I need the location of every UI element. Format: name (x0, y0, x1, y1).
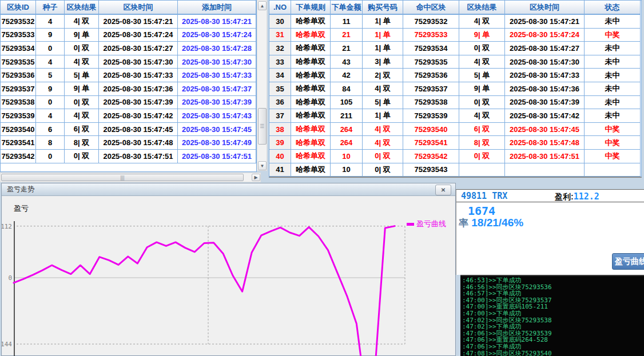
table-cell: 38 (269, 123, 291, 137)
table-row[interactable]: 37哈希单双2111| 单752935394| 双2025-08-30 15:4… (269, 109, 641, 123)
vscroll-thumb[interactable]: ☰ (258, 108, 267, 145)
table-row[interactable]: 7529353655| 单2025-08-30 15:47:332025-08-… (1, 69, 256, 82)
table-cell: 未中 (585, 15, 641, 29)
table-row[interactable]: 7529354066| 双2025-08-30 15:47:452025-08-… (1, 123, 256, 137)
log-line: :47:02]>>下单成功 (462, 323, 644, 330)
table-cell: 2025-08-30 15:47:24 (99, 29, 178, 42)
scroll-right-icon[interactable]: ▶ (252, 174, 260, 181)
table-cell: 11 (331, 15, 363, 29)
table-row[interactable]: 36哈希单双1055| 单752935380| 双2025-08-30 15:4… (269, 96, 641, 110)
table-cell: 31 (269, 29, 291, 42)
table-cell: 0| 双 (65, 150, 99, 163)
table-row[interactable]: 34哈希单双422| 双752935365| 单2025-08-30 15:47… (269, 69, 641, 82)
table-cell: 1| 单 (363, 109, 403, 123)
table-cell: 2025-08-30 15:47:43 (178, 109, 256, 123)
table-cell: 9 (36, 82, 65, 96)
close-icon[interactable]: ✕ (435, 185, 451, 195)
table-cell: 9| 单 (65, 29, 99, 42)
table-cell: 41 (269, 163, 291, 177)
table-cell: 10 (331, 150, 363, 163)
blocks-vscrollbar[interactable]: ▲ ☰ ▼ (257, 0, 267, 171)
header-cell: 下单金额 (331, 1, 363, 15)
table-header-row: 区块ID种子区块结果区块时间添加时间 (1, 1, 256, 15)
table-row[interactable]: 30哈希单双111| 单752935324| 双2025-08-30 15:47… (269, 15, 641, 29)
window-titlebar[interactable]: 盈亏走势 ✕ (2, 183, 455, 196)
table-cell: 4| 双 (363, 123, 403, 137)
header-cell: 区块结果 (459, 1, 505, 15)
table-row[interactable]: 7529354200| 双2025-08-30 15:47:512025-08-… (1, 150, 256, 163)
table-cell: 2025-08-30 15:47:42 (505, 109, 585, 123)
table-cell: 2025-08-30 15:47:30 (178, 55, 256, 69)
header-cell: 下单规则 (291, 1, 331, 15)
table-row[interactable]: 41哈希单双100| 双75293543 (269, 163, 641, 177)
table-cell: 4| 双 (65, 15, 99, 29)
table-row[interactable]: 38哈希单双2644| 双752935406| 双2025-08-30 15:4… (269, 123, 641, 137)
table-cell: 75293539 (1, 109, 36, 123)
table-row[interactable]: 7529353944| 双2025-08-30 15:47:422025-08-… (1, 109, 256, 123)
win-rate: 率 18/21/46% (459, 217, 523, 230)
table-row[interactable]: 7529353400| 双2025-08-30 15:47:272025-08-… (1, 42, 256, 55)
header-cell: 添加时间 (178, 1, 256, 15)
table-cell: 5| 单 (459, 69, 505, 82)
table-cell: 42 (331, 69, 363, 82)
table-cell: 中奖 (585, 150, 641, 163)
table-cell: 9| 单 (459, 29, 505, 42)
svg-text:112: 112 (2, 223, 12, 230)
profit-curve-button[interactable]: 盈亏曲线 (612, 253, 644, 270)
table-cell: 75293541 (403, 136, 459, 150)
table-cell: 2025-08-30 15:47:21 (505, 15, 585, 29)
log-line: :47:00]>>下单成功 (462, 310, 644, 317)
table-row[interactable]: 7529353799| 单2025-08-30 15:47:362025-08-… (1, 82, 256, 96)
table-cell: 40 (269, 150, 291, 163)
scroll-up-icon[interactable]: ▲ (258, 1, 267, 10)
table-cell: 75293535 (403, 55, 459, 69)
thumb-grip-icon: ||| (120, 176, 124, 179)
blocks-hscrollbar[interactable]: ||| ▶ (0, 173, 261, 182)
table-cell: 1| 单 (363, 29, 403, 42)
table-row[interactable]: 32哈希单双211| 单752935340| 双2025-08-30 15:47… (269, 42, 641, 55)
table-cell: 4 (36, 55, 65, 69)
table-cell: 75293541 (1, 136, 36, 150)
table-cell: 2025-08-30 15:47:45 (505, 123, 585, 137)
table-row[interactable]: 7529354188| 双2025-08-30 15:47:482025-08-… (1, 136, 256, 150)
rate-value: 18/21/46% (471, 217, 523, 229)
table-cell (505, 163, 585, 177)
thumb-grip-icon: ☰ (260, 125, 265, 128)
header-cell: .NO (269, 1, 291, 15)
table-cell: 8 (36, 136, 65, 150)
hscroll-thumb[interactable]: ||| (1, 174, 244, 181)
table-cell: 21 (331, 29, 363, 42)
table-cell: 哈希单双 (291, 163, 331, 177)
table-cell: 2025-08-30 15:47:21 (178, 15, 256, 29)
table-cell: 10 (331, 163, 363, 177)
table-row[interactable]: 31哈希单双211| 单752935339| 单2025-08-30 15:47… (269, 29, 641, 42)
table-cell: 2025-08-30 15:47:39 (99, 96, 178, 110)
table-row[interactable]: 35哈希单双844| 双752935379| 单2025-08-30 15:47… (269, 82, 641, 96)
table-cell: 34 (269, 69, 291, 82)
table-cell: 哈希单双 (291, 150, 331, 163)
table-cell: 哈希单双 (291, 29, 331, 42)
table-cell: 75293535 (1, 55, 36, 69)
table-row[interactable]: 33哈希单双433| 单752935354| 双2025-08-30 15:47… (269, 55, 641, 69)
header-cell: 区块ID (1, 1, 36, 15)
table-cell: 2025-08-30 15:47:45 (99, 123, 178, 137)
table-row[interactable]: 7529353800| 双2025-08-30 15:47:392025-08-… (1, 96, 256, 110)
scroll-down-icon[interactable]: ▼ (258, 161, 267, 170)
table-cell: 2025-08-30 15:47:30 (99, 55, 178, 69)
table-cell: 哈希单双 (291, 42, 331, 55)
table-cell: 9| 单 (459, 82, 505, 96)
table-cell: 未中 (585, 82, 641, 96)
table-cell: 75293538 (1, 96, 36, 110)
table-row[interactable]: 39哈希单双2644| 双752935418| 双2025-08-30 15:4… (269, 136, 641, 150)
table-row[interactable]: 7529353544| 双2025-08-30 15:47:302025-08-… (1, 55, 256, 69)
table-cell: 哈希单双 (291, 15, 331, 29)
profit-value: 112.2 (574, 191, 599, 202)
table-cell: 4| 双 (65, 55, 99, 69)
table-cell: 2| 双 (363, 69, 403, 82)
table-cell: 2025-08-30 15:47:33 (99, 69, 178, 82)
table-row[interactable]: 7529353399| 单2025-08-30 15:47:242025-08-… (1, 29, 256, 42)
log-console: :46:53]>>下单成功:46:56]>>同步区块75293536:46:57… (460, 275, 644, 356)
table-row[interactable]: 40哈希单双100| 双752935420| 双2025-08-30 15:47… (269, 150, 641, 163)
legend-line-icon (407, 223, 414, 226)
table-row[interactable]: 7529353244| 双2025-08-30 15:47:212025-08-… (1, 15, 256, 29)
